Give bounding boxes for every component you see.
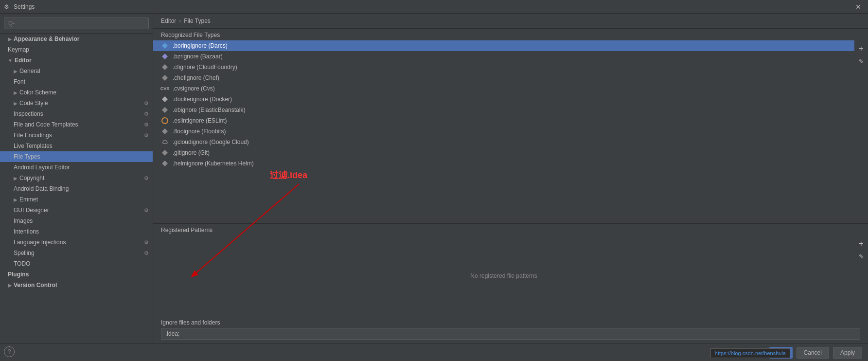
bottom-bar: ? https://blog.csdn.net/henshuia OK Canc… (0, 343, 868, 361)
svg-marker-7 (162, 128, 168, 134)
label-helmignore: .helmignore (Kubernetes Helm) (173, 160, 254, 167)
sidebar-item-androidlayout[interactable]: Android Layout Editor (0, 162, 153, 173)
sidebar-item-font[interactable]: Font (0, 76, 153, 87)
no-patterns-text: No registered file patterns (470, 272, 537, 279)
icon-helmignore (161, 160, 169, 167)
sidebar-item-appearance[interactable]: ▶ Appearance & Behavior (0, 34, 153, 44)
sidebar-label-fileandcode: File and Code Templates (14, 121, 78, 128)
sidebar-item-guidesigner[interactable]: GUI Designer ⚙ (0, 205, 153, 216)
sidebar-item-androiddatabinding[interactable]: Android Data Binding (0, 183, 153, 194)
svg-marker-1 (162, 54, 168, 59)
file-type-cvsignore[interactable]: CVS .cvsignore (Cvs) (153, 83, 854, 94)
sidebar-item-plugins[interactable]: Plugins (0, 269, 153, 280)
icon-flooignore (161, 127, 169, 135)
registered-patterns-area: No registered file patterns (153, 235, 854, 316)
sidebar-item-languageinjections[interactable]: Language Injections ⚙ (0, 237, 153, 248)
settings-icon-fileandcode: ⚙ (144, 122, 149, 128)
sidebar-label-androidlayout: Android Layout Editor (14, 164, 70, 171)
expand-arrow-emmet: ▶ (14, 197, 18, 202)
url-badge: https://blog.csdn.net/henshuia (710, 348, 790, 358)
expand-arrow-editor: ▼ (8, 58, 13, 63)
sidebar-item-keymap[interactable]: Keymap (0, 44, 153, 55)
sidebar-label-inspections: Inspections (14, 110, 43, 117)
file-type-chefignore[interactable]: .chefignore (Chef) (153, 72, 854, 83)
label-ebignore: .ebignore (ElasticBeanstalk) (173, 107, 245, 113)
edit-recognized-button[interactable]: ✎ (856, 56, 867, 67)
settings-icon-codestyle: ⚙ (144, 100, 149, 107)
cancel-button[interactable]: Cancel (797, 347, 829, 359)
file-type-gcloudignore[interactable]: .gcloudignore (Google Cloud) (153, 137, 854, 147)
ignore-input[interactable] (161, 328, 860, 340)
file-type-flooignore[interactable]: .flooignore (Floobits) (153, 126, 854, 137)
file-type-cfignore[interactable]: .cfignore (CloudFoundry) (153, 62, 854, 72)
sidebar-label-guidesigner: GUI Designer (14, 207, 49, 214)
file-type-boringignore[interactable]: .boringignore (Darcs) (153, 40, 854, 51)
label-boringignore: .boringignore (Darcs) (173, 42, 228, 49)
sidebar-item-todo[interactable]: TODO (0, 258, 153, 269)
title-bar-text: Settings (14, 3, 852, 10)
sidebar-item-images[interactable]: Images (0, 216, 153, 226)
settings-icon-spelling: ⚙ (144, 250, 149, 256)
sidebar-item-fileandcode[interactable]: File and Code Templates ⚙ (0, 119, 153, 130)
close-button[interactable]: ✕ (852, 2, 864, 12)
icon-chefignore (161, 74, 169, 82)
help-button[interactable]: ? (4, 346, 15, 357)
sidebar: ▶ Appearance & Behavior Keymap ▼ Editor (0, 14, 153, 343)
svg-marker-2 (162, 64, 168, 70)
sidebar-item-intentions[interactable]: Intentions (0, 226, 153, 237)
sidebar-item-editor[interactable]: ▼ Editor (0, 55, 153, 66)
icon-dockerignore (161, 95, 169, 103)
sidebar-label-androiddatabinding: Android Data Binding (14, 185, 69, 192)
breadcrumb-filetypes: File Types (184, 18, 210, 24)
sidebar-item-spelling[interactable]: Spelling ⚙ (0, 248, 153, 258)
sidebar-item-copyright[interactable]: ▶ Copyright ⚙ (0, 173, 153, 183)
svg-marker-3 (162, 75, 168, 81)
file-type-gitignore[interactable]: .gitignore (Git) (153, 147, 854, 158)
add-pattern-button[interactable]: + (856, 238, 867, 249)
sidebar-label-codestyle: Code Style (19, 100, 48, 107)
expand-arrow-copyright: ▶ (14, 176, 18, 181)
recognized-list: .boringignore (Darcs) .bzrignore (Bazaar… (153, 40, 854, 223)
svg-marker-0 (162, 43, 168, 49)
icon-bzrignore (161, 53, 169, 60)
file-type-dockerignore[interactable]: .dockerignore (Docker) (153, 94, 854, 105)
sidebar-item-emmet[interactable]: ▶ Emmet (0, 194, 153, 205)
edit-pattern-button[interactable]: ✎ (856, 251, 867, 262)
registered-label: Registered Patterns (153, 224, 868, 235)
sidebar-label-appearance: Appearance & Behavior (14, 36, 79, 42)
sidebar-item-inspections[interactable]: Inspections ⚙ (0, 108, 153, 119)
main-content: ▶ Appearance & Behavior Keymap ▼ Editor (0, 14, 868, 343)
sidebar-item-codestyle[interactable]: ▶ Code Style ⚙ (0, 98, 153, 108)
icon-cvsignore: CVS (161, 85, 169, 92)
sidebar-label-languageinjections: Language Injections (14, 239, 66, 246)
add-recognized-button[interactable]: + (856, 43, 867, 54)
search-input[interactable] (4, 18, 149, 29)
settings-icon-fileencodings: ⚙ (144, 132, 149, 139)
svg-marker-8 (162, 150, 168, 156)
sidebar-item-general[interactable]: ▶ General (0, 66, 153, 76)
file-type-bzrignore[interactable]: .bzrignore (Bazaar) (153, 51, 854, 62)
breadcrumb-separator: › (179, 18, 181, 24)
sidebar-label-general: General (19, 68, 40, 74)
settings-icon-guidesigner: ⚙ (144, 207, 149, 214)
settings-icon-languageinjections: ⚙ (144, 239, 149, 246)
apply-button[interactable]: Apply (833, 347, 862, 359)
breadcrumb: Editor › File Types (153, 14, 868, 29)
sidebar-item-colorscheme[interactable]: ▶ Color Scheme (0, 87, 153, 98)
label-dockerignore: .dockerignore (Docker) (173, 96, 232, 103)
file-type-eslintignore[interactable]: .eslintignore (ESLint) (153, 115, 854, 126)
breadcrumb-editor: Editor (161, 18, 176, 24)
sidebar-label-emmet: Emmet (19, 196, 38, 203)
expand-arrow-codestyle: ▶ (14, 101, 18, 106)
file-type-helmignore[interactable]: .helmignore (Kubernetes Helm) (153, 158, 854, 169)
right-panel: Editor › File Types Recognized File Type… (153, 14, 868, 343)
sidebar-item-livetemplates[interactable]: Live Templates (0, 141, 153, 151)
icon-ebignore (161, 106, 169, 114)
sidebar-item-filetypes[interactable]: File Types (0, 151, 153, 162)
sidebar-item-versioncontrol[interactable]: ▶ Version Control (0, 280, 153, 290)
icon-eslintignore (161, 117, 169, 125)
file-type-ebignore[interactable]: .ebignore (ElasticBeanstalk) (153, 105, 854, 115)
expand-arrow-appearance: ▶ (8, 36, 12, 42)
expand-arrow-general: ▶ (14, 69, 18, 74)
sidebar-item-fileencodings[interactable]: File Encodings ⚙ (0, 130, 153, 141)
